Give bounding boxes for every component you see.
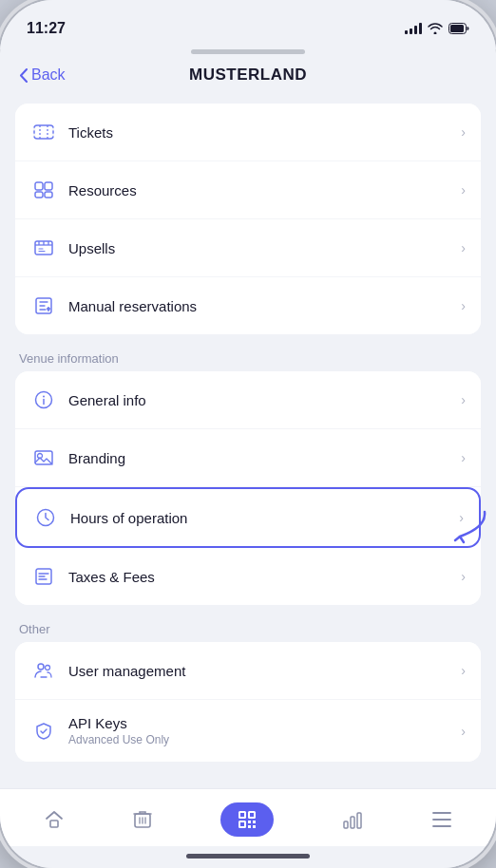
menu-group-top: Tickets › Resources › xyxy=(15,104,481,334)
menu-item-user-management[interactable]: User management › xyxy=(15,642,481,700)
svg-rect-30 xyxy=(253,821,256,823)
api-keys-label: API Keys xyxy=(68,715,461,731)
chart-icon xyxy=(342,809,363,830)
svg-point-6 xyxy=(52,134,55,137)
menu-item-resources[interactable]: Resources › xyxy=(15,161,481,219)
menu-item-api-keys[interactable]: API Keys Advanced Use Only › xyxy=(15,700,481,762)
qr-icon xyxy=(220,802,274,837)
home-bar xyxy=(186,854,310,859)
svg-rect-21 xyxy=(50,821,58,827)
main-content: Tickets › Resources › xyxy=(0,96,496,788)
api-keys-sublabel: Advanced Use Only xyxy=(68,733,461,746)
menu-icon xyxy=(431,811,452,828)
taxes-label: Taxes & Fees xyxy=(68,569,461,585)
resource-icon xyxy=(30,177,57,203)
svg-rect-1 xyxy=(450,25,464,32)
trash-icon xyxy=(133,809,152,830)
branding-label: Branding xyxy=(68,450,461,466)
ticket-icon xyxy=(30,119,57,145)
svg-rect-26 xyxy=(250,813,254,817)
svg-point-19 xyxy=(38,664,44,670)
svg-rect-10 xyxy=(45,192,52,198)
users-icon xyxy=(30,657,57,684)
menu-group-venue: General info › Branding › xyxy=(15,371,481,605)
manual-chevron: › xyxy=(461,298,466,313)
upsell-icon xyxy=(30,235,57,261)
svg-point-5 xyxy=(52,128,55,131)
signal-icon xyxy=(405,23,422,34)
resources-label: Resources xyxy=(68,182,461,198)
tab-trash[interactable] xyxy=(122,805,163,834)
general-info-label: General info xyxy=(68,392,461,408)
top-pill xyxy=(191,49,305,54)
home-icon xyxy=(44,809,65,830)
svg-point-3 xyxy=(33,128,36,131)
svg-point-4 xyxy=(33,134,36,137)
hours-chevron: › xyxy=(459,510,464,525)
general-info-chevron: › xyxy=(461,392,466,407)
menu-item-taxes-fees[interactable]: Taxes & Fees › xyxy=(15,548,481,605)
svg-rect-7 xyxy=(35,182,43,190)
taxes-icon xyxy=(30,563,57,590)
manual-icon xyxy=(30,292,57,319)
menu-item-manual-reservations[interactable]: Manual reservations › xyxy=(15,277,481,334)
general-info-icon xyxy=(30,387,57,413)
tab-bar xyxy=(0,788,496,846)
svg-rect-31 xyxy=(248,825,251,828)
other-section-label: Other xyxy=(15,613,481,642)
user-mgmt-chevron: › xyxy=(461,663,466,678)
branding-icon xyxy=(30,444,57,471)
branding-chevron: › xyxy=(461,450,466,465)
svg-rect-9 xyxy=(35,192,43,198)
tab-qr[interactable] xyxy=(209,799,285,840)
svg-rect-28 xyxy=(240,822,244,826)
svg-rect-8 xyxy=(45,182,52,190)
hours-icon xyxy=(32,504,59,531)
back-label: Back xyxy=(31,66,66,84)
status-time: 11:27 xyxy=(27,20,66,37)
svg-rect-34 xyxy=(351,817,354,828)
menu-group-other: User management › API Keys Advanced Use … xyxy=(15,642,481,762)
wifi-icon xyxy=(428,23,443,34)
svg-point-14 xyxy=(43,396,45,398)
upsells-label: Upsells xyxy=(68,240,461,256)
svg-rect-2 xyxy=(34,125,53,139)
upsells-chevron: › xyxy=(461,240,466,255)
svg-point-20 xyxy=(46,666,50,670)
tab-menu[interactable] xyxy=(420,807,464,832)
status-icons xyxy=(405,23,469,34)
phone-frame: 11:27 xyxy=(0,0,496,868)
svg-rect-32 xyxy=(253,825,256,828)
api-keys-chevron: › xyxy=(461,724,466,739)
battery-icon xyxy=(448,23,469,34)
header-title: MUSTERLAND xyxy=(189,66,307,85)
venue-section-label: Venue information xyxy=(15,342,481,371)
user-management-label: User management xyxy=(68,663,461,679)
resources-chevron: › xyxy=(461,182,466,198)
hours-label: Hours of operation xyxy=(70,510,459,526)
shield-icon xyxy=(30,718,57,745)
menu-item-hours-of-operation[interactable]: Hours of operation › xyxy=(15,487,481,548)
menu-item-upsells[interactable]: Upsells › xyxy=(15,219,481,277)
tab-chart[interactable] xyxy=(331,805,374,834)
status-bar: 11:27 xyxy=(0,0,496,49)
back-button[interactable]: Back xyxy=(19,66,66,84)
menu-item-tickets[interactable]: Tickets › xyxy=(15,104,481,161)
svg-rect-24 xyxy=(240,813,244,817)
menu-item-general-info[interactable]: General info › xyxy=(15,371,481,429)
tab-home[interactable] xyxy=(32,805,76,834)
svg-rect-35 xyxy=(357,813,361,828)
header: Back MUSTERLAND xyxy=(0,58,496,96)
home-indicator xyxy=(0,846,496,868)
svg-rect-29 xyxy=(248,821,251,823)
svg-rect-33 xyxy=(344,821,348,828)
tickets-chevron: › xyxy=(461,124,466,140)
manual-reservations-label: Manual reservations xyxy=(68,298,461,314)
tickets-label: Tickets xyxy=(68,124,461,141)
taxes-chevron: › xyxy=(461,569,466,584)
menu-item-branding[interactable]: Branding › xyxy=(15,429,481,487)
